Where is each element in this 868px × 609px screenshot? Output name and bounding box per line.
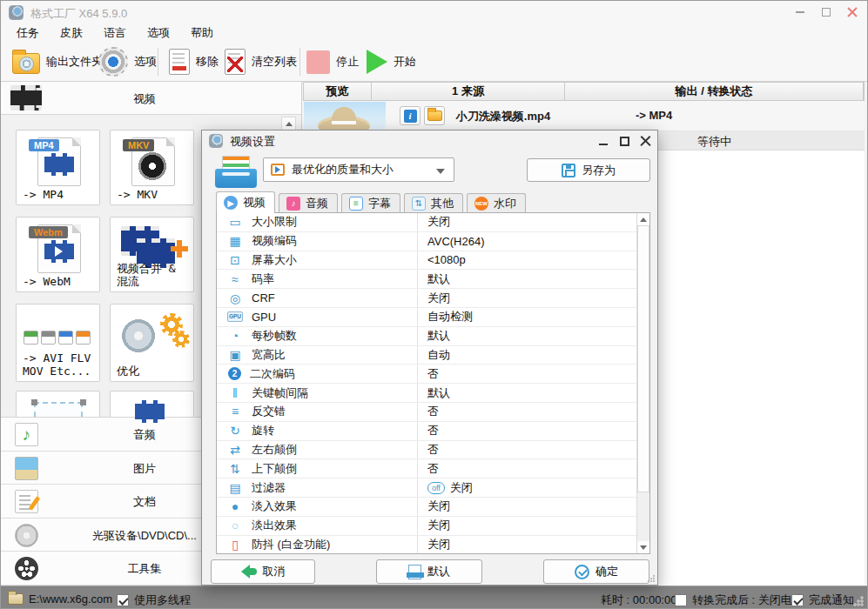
setting-row-bitrate[interactable]: ≈码率默认 <box>217 270 649 289</box>
setting-row-fade-out[interactable]: ○淡出效果关闭 <box>217 517 649 536</box>
setting-value-cell[interactable]: 否 <box>418 423 649 438</box>
setting-value-cell[interactable]: 关闭 <box>418 518 649 533</box>
setting-value-cell[interactable]: 否 <box>418 461 649 477</box>
card-video-merge-mux[interactable]: 视频合并 & 混流 <box>110 217 194 292</box>
menu-item-1[interactable]: 皮肤 <box>60 25 83 41</box>
card-to-mp4[interactable]: MP4-> MP4 <box>16 130 100 205</box>
menu-item-2[interactable]: 语言 <box>104 25 126 41</box>
dialog-close-button[interactable] <box>636 132 654 150</box>
setting-row-size-limit[interactable]: ▭大小限制关闭 <box>217 213 649 232</box>
table-row[interactable]: i 小刀洗澡视频.mp4 -> MP4 <box>303 101 865 131</box>
setting-value-cell[interactable]: 否 <box>418 366 649 382</box>
menu-item-3[interactable]: 选项 <box>147 25 170 41</box>
setting-row-flip-vertical[interactable]: ⇅上下颠倒否 <box>217 459 649 478</box>
start-button[interactable]: 开始 <box>367 43 416 81</box>
setting-label-cell: ▭大小限制 <box>217 213 418 231</box>
dialog-minimize-button[interactable] <box>595 132 612 150</box>
info-button[interactable]: i <box>400 106 421 125</box>
setting-row-two-pass[interactable]: 2二次编码否 <box>217 365 649 384</box>
scroll-up-icon[interactable] <box>282 117 295 130</box>
default-button[interactable]: 默认 <box>376 559 482 584</box>
shutdown-checkbox[interactable]: 转换完成后 : 关闭电脑 <box>675 592 804 608</box>
column-header-0[interactable]: 预览 <box>304 83 372 100</box>
setting-row-fade-in[interactable]: ●淡入效果关闭 <box>217 498 649 517</box>
close-button[interactable] <box>839 1 865 23</box>
setting-value-cell[interactable]: off关闭 <box>418 480 649 496</box>
card-to-webm[interactable]: Webm-> WebM <box>16 217 100 292</box>
setting-value-cell[interactable]: 默认 <box>418 271 649 287</box>
minimize-icon <box>796 11 804 13</box>
preset-dropdown[interactable]: 最优化的质量和大小 <box>263 157 454 182</box>
minimize-button[interactable] <box>787 1 813 23</box>
setting-value-cell[interactable]: 关闭 <box>418 291 649 306</box>
setting-value-cell[interactable]: 自动 <box>418 347 649 363</box>
card-optimize[interactable]: 优化 <box>110 304 194 382</box>
setting-value-cell[interactable]: AVC(H264) <box>418 235 649 248</box>
tab-视频[interactable]: ▶视频 <box>216 191 275 213</box>
setting-row-flip-horizontal[interactable]: ⇄左右颠倒否 <box>217 441 649 460</box>
checkbox-checked-icon[interactable] <box>791 594 804 606</box>
setting-value: 关闭 <box>427 537 450 552</box>
cancel-button[interactable]: 取消 <box>211 559 315 584</box>
tab-其他[interactable]: ⇅其他 <box>404 193 463 212</box>
setting-value: 自动检测 <box>427 309 473 325</box>
setting-value-cell[interactable]: 默认 <box>418 328 649 344</box>
menu-item-0[interactable]: 任务 <box>17 25 39 41</box>
setting-value-cell[interactable]: 自动检测 <box>418 309 649 325</box>
column-header-1[interactable]: 1 来源 <box>372 83 565 100</box>
video-settings-dialog: 视频设置 最优化的质量和大小 另存为 ▶视频♪音频≡字幕⇅其他NEW水印 ▭大小… <box>201 130 658 586</box>
card-to-mkv[interactable]: MKV-> MKV <box>110 130 194 205</box>
tab-水印[interactable]: NEW水印 <box>467 193 526 212</box>
setting-value-cell[interactable]: 否 <box>418 442 649 458</box>
card-label: -> MP4 <box>23 188 64 201</box>
tab-音频[interactable]: ♪音频 <box>279 193 338 212</box>
setting-value-cell[interactable]: 否 <box>418 404 649 419</box>
tab-字幕[interactable]: ≡字幕 <box>341 193 400 212</box>
setting-row-video-encode[interactable]: ▦视频编码AVC(H264) <box>217 232 649 251</box>
settings-scrollbar[interactable] <box>636 213 649 553</box>
menu-item-4[interactable]: 帮助 <box>191 25 213 41</box>
setting-row-keyframe-interval[interactable]: ‖关键帧间隔默认 <box>217 384 649 403</box>
setting-value: 关闭 <box>427 214 450 230</box>
maximize-button[interactable] <box>813 1 839 23</box>
setting-row-stabilize[interactable]: ▯防抖 (白金功能)关闭 <box>217 536 649 554</box>
setting-row-rotate[interactable]: ↻旋转否 <box>217 422 649 441</box>
setting-value-cell[interactable]: 关闭 <box>418 214 649 230</box>
remove-button[interactable]: 移除 <box>169 43 219 81</box>
options-button[interactable]: 选项 <box>98 43 157 81</box>
dialog-resize-grip[interactable] <box>647 574 656 583</box>
output-folder-button[interactable]: 输出文件夹 <box>12 43 103 81</box>
preset-video-icon <box>271 164 285 176</box>
setting-row-filter[interactable]: ▤过滤器off关闭 <box>217 478 649 498</box>
window-resize-grip[interactable] <box>853 596 864 606</box>
checkbox-checked-icon[interactable] <box>117 594 129 606</box>
setting-row-fps[interactable]: ◔每秒帧数默认 <box>217 327 649 346</box>
video-section-header[interactable]: 视频 <box>1 82 301 115</box>
multithread-checkbox[interactable]: 使用多线程 <box>117 592 191 608</box>
ok-button[interactable]: 确定 <box>543 559 649 584</box>
setting-row-gpu[interactable]: GPUGPU自动检测 <box>217 308 649 327</box>
setting-value-cell[interactable]: 关闭 <box>418 499 649 514</box>
notify-checkbox[interactable]: 完成通知 <box>791 592 854 608</box>
title-bar: 格式工厂 X64 5.9.0 <box>1 1 867 23</box>
clear-list-button[interactable]: 清空列表 <box>225 43 297 81</box>
stop-button[interactable]: 停止 <box>306 43 359 81</box>
output-path-item[interactable]: E:\www.x6g.com <box>8 592 112 606</box>
dialog-title-bar[interactable]: 视频设置 <box>202 130 657 151</box>
setting-row-screen-size[interactable]: ⊡屏幕大小<1080p <box>217 251 649 271</box>
setting-value-cell[interactable]: 默认 <box>418 385 649 401</box>
setting-value-cell[interactable]: 关闭 <box>418 537 649 552</box>
scrollbar-thumb[interactable] <box>637 225 649 492</box>
scroll-up-icon[interactable] <box>637 213 649 225</box>
checkbox-unchecked-icon[interactable] <box>675 594 687 606</box>
setting-row-aspect-ratio[interactable]: ▣宽高比自动 <box>217 346 649 365</box>
setting-row-deinterlace[interactable]: ≡反交错否 <box>217 403 649 422</box>
save-as-button[interactable]: 另存为 <box>527 158 650 182</box>
scroll-down-icon[interactable] <box>637 541 649 553</box>
setting-value-cell[interactable]: <1080p <box>418 253 649 266</box>
format-badge: MP4 <box>29 139 59 151</box>
setting-row-crf[interactable]: ◎CRF关闭 <box>217 289 649 308</box>
dialog-maximize-button[interactable] <box>616 132 633 150</box>
column-header-2[interactable]: 输出 / 转换状态 <box>565 83 864 100</box>
card-to-avi-flv-mov[interactable]: -> AVI FLV MOV Etc... <box>16 304 100 382</box>
